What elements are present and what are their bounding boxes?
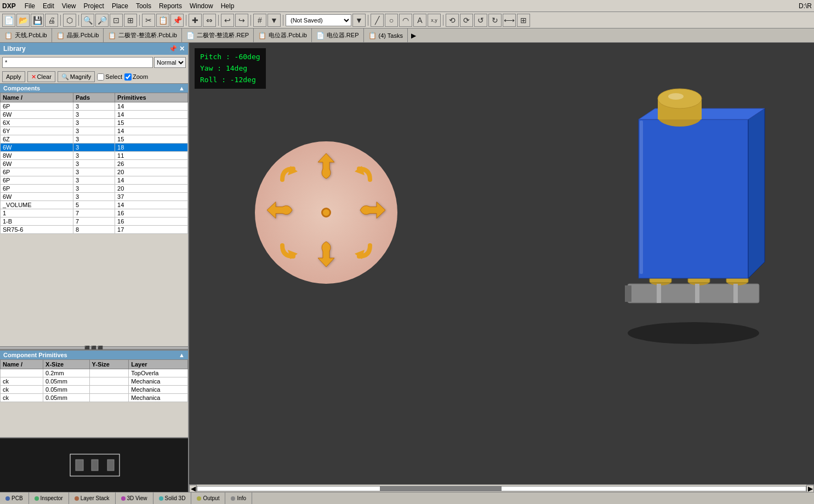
- tab-potentiometer-rep[interactable]: 📄 电位器.REP: [312, 28, 364, 42]
- menu-file[interactable]: File: [21, 1, 38, 11]
- bottom-tab-inspector[interactable]: Inspector: [29, 492, 69, 504]
- menu-help[interactable]: Help: [218, 1, 238, 11]
- close-panel-button[interactable]: ✕: [179, 45, 185, 53]
- menu-reports[interactable]: Reports: [156, 1, 185, 11]
- tab-potentiometer-pcblib[interactable]: 📋 电位器.PcbLib: [254, 28, 312, 42]
- table-row[interactable]: 6W 3 37: [1, 193, 188, 201]
- table-row[interactable]: 6Z 3 15: [1, 135, 188, 144]
- coord-button[interactable]: x,y: [428, 14, 441, 27]
- table-row[interactable]: 6P 3 20: [1, 185, 188, 193]
- redo-button[interactable]: ↪: [235, 14, 248, 27]
- h-scroll-left-button[interactable]: ◀: [189, 485, 197, 492]
- text-button[interactable]: A: [413, 14, 426, 27]
- tab-tasks[interactable]: 📋 (4) Tasks: [364, 28, 408, 42]
- col-name[interactable]: Name /: [1, 93, 73, 102]
- rotate-button[interactable]: ↺: [474, 14, 487, 27]
- print-button[interactable]: 🖨: [45, 14, 58, 27]
- menu-project[interactable]: Project: [81, 1, 107, 11]
- open-button[interactable]: 📂: [16, 14, 30, 27]
- grid-dropdown-button[interactable]: ▼: [267, 14, 281, 27]
- bottom-tab-output[interactable]: Output: [191, 492, 225, 504]
- prim-col-xsize[interactable]: X-Size: [43, 360, 89, 369]
- table-row[interactable]: 8W 3 11: [1, 152, 188, 160]
- tab-antenna-pcblib[interactable]: 📋 天线.PcbLib: [0, 28, 52, 42]
- h-scroll-thumb[interactable]: [380, 486, 502, 491]
- h-scrollbar-track[interactable]: ◀ ▶: [189, 484, 814, 492]
- table-row[interactable]: 6P 3 20: [1, 168, 188, 176]
- zoom-area-button[interactable]: ⊞: [124, 14, 137, 27]
- list-item[interactable]: ck 0.05mm Mechanica: [1, 394, 188, 402]
- prim-col-layer[interactable]: Layer: [129, 360, 188, 369]
- tab-crystal-pcblib[interactable]: 📋 晶振.PcbLib: [52, 28, 104, 42]
- tab-diode-pcblib[interactable]: 📋 二极管-整流桥.PcbLib: [104, 28, 181, 42]
- table-row[interactable]: _VOLUME 5 14: [1, 201, 188, 209]
- viewport[interactable]: Pitch : -60deg Yaw : 14deg Roll : -12deg: [189, 43, 814, 492]
- prim-col-name[interactable]: Name /: [1, 360, 43, 369]
- dropdown-arrow-button[interactable]: ▼: [352, 14, 366, 27]
- arc-button[interactable]: ◠: [399, 14, 412, 27]
- menu-view[interactable]: View: [59, 1, 79, 11]
- tab-diode-rep[interactable]: 📄 二极管-整流桥.REP: [182, 28, 254, 42]
- table-row[interactable]: 1 7 16: [1, 209, 188, 217]
- copy-button[interactable]: 📋: [156, 14, 169, 27]
- primitives-table-container[interactable]: Name / X-Size Y-Size Layer 0.2mm TopOver…: [0, 359, 188, 437]
- zoom-in-button[interactable]: 🔍: [81, 14, 94, 27]
- table-row[interactable]: 6X 3 15: [1, 119, 188, 127]
- prim-col-ysize[interactable]: Y-Size: [89, 360, 129, 369]
- search-input[interactable]: [2, 57, 153, 68]
- magnify-button[interactable]: 🔍 Magnify: [58, 71, 95, 82]
- new-button[interactable]: 📄: [2, 14, 15, 27]
- cut-button[interactable]: ✂: [142, 14, 155, 27]
- table-row[interactable]: 6W 3 18: [1, 144, 188, 152]
- navigation-circle[interactable]: [255, 141, 397, 284]
- table-row[interactable]: 6P 3 14: [1, 176, 188, 185]
- circle-button[interactable]: ○: [385, 14, 398, 27]
- prim-scroll-up-icon[interactable]: ▲: [179, 352, 185, 358]
- move-button[interactable]: ⇔: [203, 14, 216, 27]
- apply-button[interactable]: Apply: [2, 71, 25, 82]
- menu-tools[interactable]: Tools: [133, 1, 155, 11]
- bottom-tab-info[interactable]: Info: [225, 492, 252, 504]
- col-pads[interactable]: Pads: [73, 93, 115, 102]
- bottom-tab-pcb[interactable]: PCB: [0, 492, 29, 504]
- bottom-tab-3dview[interactable]: 3D View: [116, 492, 153, 504]
- clear-button[interactable]: ✕ Clear: [27, 71, 55, 82]
- select-checkbox[interactable]: [97, 73, 104, 81]
- redo2-button[interactable]: ⟳: [460, 14, 473, 27]
- paste-button[interactable]: 📌: [170, 14, 184, 27]
- table-row[interactable]: 1-B 7 16: [1, 217, 188, 226]
- zoom-fit-button[interactable]: ⊡: [110, 14, 123, 27]
- h-scrollbar[interactable]: [197, 486, 806, 491]
- filter-dropdown[interactable]: Normal: [154, 57, 186, 68]
- cross-button[interactable]: ✚: [189, 14, 202, 27]
- menu-place[interactable]: Place: [109, 1, 132, 11]
- line-button[interactable]: ╱: [371, 14, 384, 27]
- list-item[interactable]: ck 0.05mm Mechanica: [1, 377, 188, 386]
- undo2-button[interactable]: ⟲: [446, 14, 459, 27]
- table-row[interactable]: 6W 3 14: [1, 111, 188, 119]
- table-row[interactable]: 6P 3 14: [1, 102, 188, 111]
- undo-button[interactable]: ↩: [221, 14, 234, 27]
- grid-button[interactable]: #: [253, 14, 266, 27]
- bottom-tab-solid3d[interactable]: Solid 3D: [153, 492, 192, 504]
- col-primitives[interactable]: Primitives: [115, 93, 188, 102]
- pin-button[interactable]: 📌: [169, 45, 177, 53]
- table-row[interactable]: 6Y 3 14: [1, 127, 188, 135]
- grid2-button[interactable]: ⊞: [517, 14, 530, 27]
- rotate2-button[interactable]: ↻: [488, 14, 502, 27]
- menu-window[interactable]: Window: [186, 1, 217, 11]
- h-scroll-right-button[interactable]: ▶: [806, 485, 814, 492]
- list-item[interactable]: 0.2mm TopOverla: [1, 369, 188, 377]
- fliph-button[interactable]: ⟷: [503, 14, 516, 27]
- components-table-container[interactable]: Name / Pads Primitives 6P 3 14 6W 3 14 6…: [0, 93, 188, 346]
- tab-more-button[interactable]: ▶: [408, 28, 419, 42]
- scroll-up-icon[interactable]: ▲: [179, 85, 185, 91]
- document-dropdown[interactable]: (Not Saved): [286, 14, 351, 26]
- zoom-checkbox[interactable]: [124, 73, 132, 81]
- table-row[interactable]: 6W 3 26: [1, 160, 188, 168]
- table-row[interactable]: SR75-6 8 17: [1, 226, 188, 234]
- save-button[interactable]: 💾: [31, 14, 44, 27]
- menu-edit[interactable]: Edit: [39, 1, 58, 11]
- bottom-tab-layerstack[interactable]: Layer Stack: [69, 492, 116, 504]
- list-item[interactable]: ck 0.05mm Mechanica: [1, 386, 188, 394]
